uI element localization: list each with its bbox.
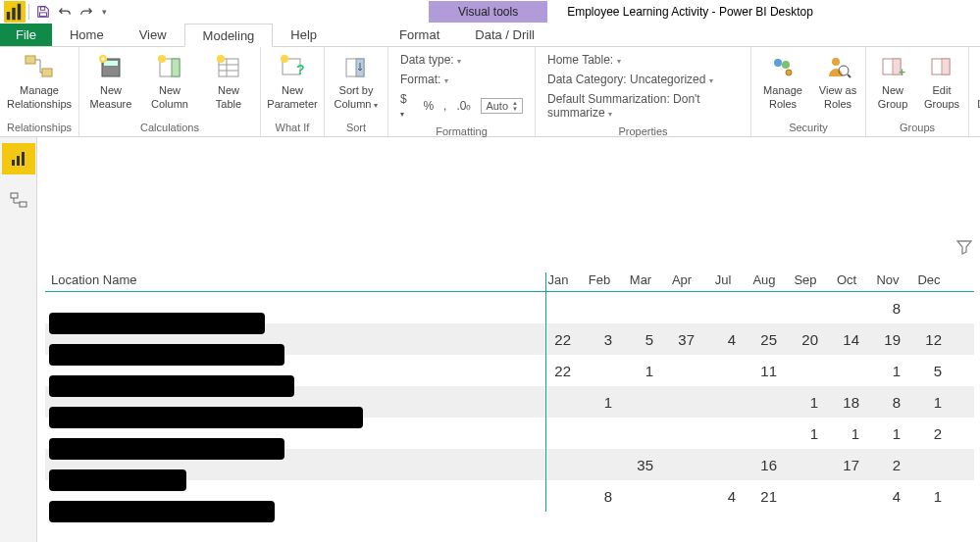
svg-rect-41 — [11, 193, 18, 198]
svg-rect-6 — [42, 69, 52, 76]
svg-rect-42 — [20, 202, 26, 207]
cell-value: 35 — [620, 457, 661, 473]
currency-button[interactable]: $ ▾ — [400, 92, 413, 120]
home-table-dropdown[interactable]: Home Table: ▾ — [547, 53, 739, 67]
measure-icon — [95, 51, 127, 82]
redaction — [49, 407, 363, 428]
decimal-button[interactable]: .0₀ — [456, 99, 471, 113]
ribbon-group-calculations: NewMeasure NewColumn NewTable Calculatio… — [79, 47, 261, 136]
tab-modeling[interactable]: Modeling — [184, 24, 274, 47]
percent-button[interactable]: % — [423, 99, 434, 113]
parameter-icon: ? — [277, 51, 308, 82]
data-category-dropdown[interactable]: Data Category: Uncategorized ▾ — [547, 73, 739, 86]
cell-value: 4 — [702, 331, 744, 348]
format-dropdown[interactable]: Format: ▾ — [400, 73, 523, 86]
edit-groups-icon — [926, 51, 957, 82]
new-measure-button[interactable]: NewMeasure — [83, 49, 138, 110]
tab-data-drill[interactable]: Data / Drill — [457, 24, 552, 46]
header-month[interactable]: Sep — [785, 272, 826, 287]
ribbon-tabs: File Home View Modeling Help Format Data… — [0, 24, 980, 47]
header-month[interactable]: Aug — [744, 272, 785, 287]
cell-value: 1 — [867, 363, 908, 379]
ribbon-group-calendars: MarkDate Ta Calen — [969, 47, 980, 136]
svg-rect-1 — [12, 8, 15, 20]
window-title: Employee Learning Activity - Power BI De… — [567, 5, 813, 19]
ribbon-group-properties: Home Table: ▾ Data Category: Uncategoriz… — [536, 47, 751, 136]
svg-point-26 — [832, 58, 840, 66]
undo-icon[interactable] — [54, 1, 76, 23]
view-as-roles-button[interactable]: View asRoles — [814, 49, 861, 110]
column-divider — [545, 272, 546, 512]
ribbon: Manage Relationships Relationships NewMe… — [0, 47, 980, 137]
report-view-button[interactable] — [2, 143, 35, 174]
redaction — [49, 375, 294, 397]
table-visual[interactable]: Location Name JanFebMarAprJulAugSepOctNo… — [45, 272, 974, 512]
tab-view[interactable]: View — [122, 24, 184, 46]
cell-value: 11 — [744, 363, 785, 379]
svg-point-17 — [217, 55, 225, 63]
view-as-icon — [822, 51, 853, 82]
data-type-dropdown[interactable]: Data type: ▾ — [400, 53, 523, 67]
redo-icon[interactable] — [76, 1, 97, 23]
cell-value: 8 — [867, 300, 908, 317]
filter-icon[interactable] — [956, 239, 972, 258]
comma-button[interactable]: , — [443, 99, 446, 113]
new-parameter-button[interactable]: ? NewParameter — [265, 49, 320, 110]
manage-relationships-button[interactable]: Manage Relationships — [4, 49, 75, 110]
report-canvas[interactable]: Location Name JanFebMarAprJulAugSepOctNo… — [37, 137, 980, 542]
edit-groups-button[interactable]: EditGroups — [919, 49, 964, 110]
new-table-button[interactable]: NewTable — [201, 49, 256, 110]
cell-value: 5 — [620, 331, 661, 348]
manage-roles-button[interactable]: ManageRoles — [755, 49, 810, 110]
decimal-places-stepper[interactable]: Auto ▲▼ — [481, 98, 523, 114]
redaction — [49, 344, 284, 366]
ribbon-group-label: Security — [755, 120, 861, 136]
header-month[interactable]: Apr — [661, 272, 702, 287]
ribbon-group-label: Relationships — [4, 120, 75, 136]
header-month[interactable]: Nov — [867, 272, 908, 287]
table-row[interactable]: 8 — [45, 292, 974, 323]
tab-home[interactable]: Home — [52, 24, 122, 46]
ribbon-group-relationships: Manage Relationships Relationships — [0, 47, 79, 136]
app-icon[interactable] — [4, 1, 26, 23]
header-month[interactable]: Oct — [826, 272, 867, 287]
default-summarization-dropdown[interactable]: Default Summarization: Don't summarize ▾ — [547, 92, 739, 120]
header-month[interactable]: Mar — [620, 272, 661, 287]
header-month[interactable]: Dec — [908, 272, 950, 287]
svg-point-23 — [774, 59, 782, 67]
header-month[interactable]: Feb — [579, 272, 620, 287]
contextual-tab-visual-tools: Visual tools — [429, 1, 547, 23]
new-column-button[interactable]: NewColumn — [142, 49, 197, 110]
cell-value: 25 — [744, 331, 785, 348]
svg-text:+: + — [899, 66, 905, 79]
table-header: Location Name JanFebMarAprJulAugSepOctNo… — [45, 272, 974, 292]
cell-value: 1 — [620, 363, 661, 379]
ribbon-group-whatif: ? NewParameter What If — [261, 47, 325, 136]
mark-date-table-button[interactable]: MarkDate Ta — [973, 49, 980, 110]
header-month[interactable]: Jul — [702, 272, 744, 287]
cell-value: 3 — [579, 331, 620, 348]
cell-value: 37 — [661, 331, 702, 348]
cell-value: 21 — [744, 488, 785, 505]
header-location-name[interactable]: Location Name — [45, 272, 538, 287]
model-view-button[interactable] — [2, 184, 35, 216]
sort-by-column-button[interactable]: Sort by Column ▾ — [329, 49, 384, 112]
file-tab[interactable]: File — [0, 24, 52, 46]
svg-rect-4 — [40, 13, 47, 17]
save-icon[interactable] — [32, 1, 54, 23]
header-month[interactable]: Jan — [538, 272, 579, 287]
column-icon — [154, 51, 185, 82]
ribbon-group-label: Calen — [973, 120, 980, 136]
cell-value: 19 — [867, 331, 908, 348]
cell-value: 20 — [785, 331, 826, 348]
relationships-icon — [24, 51, 55, 82]
svg-text:?: ? — [296, 62, 305, 77]
cell-value: 22 — [538, 363, 579, 379]
tab-format[interactable]: Format — [382, 24, 457, 46]
new-group-button[interactable]: + NewGroup — [870, 49, 915, 110]
title-bar: ▾ Visual tools Employee Learning Activit… — [0, 0, 980, 24]
cell-value: 2 — [908, 425, 950, 442]
qat-customize-icon[interactable]: ▾ — [97, 1, 111, 23]
svg-point-12 — [158, 55, 166, 63]
tab-help[interactable]: Help — [273, 24, 335, 46]
